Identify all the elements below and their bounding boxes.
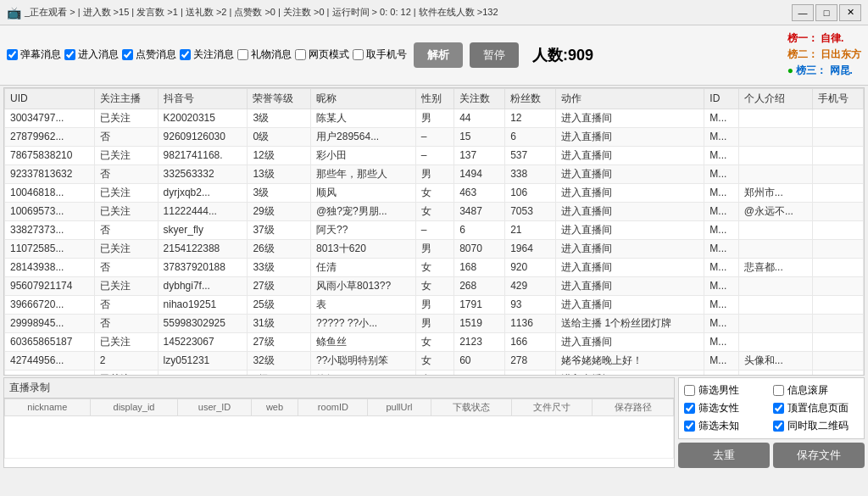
zanting-button[interactable]: 暂停	[470, 42, 519, 68]
table-cell	[812, 351, 863, 370]
direct-table: nickname display_id user_ID web roomID p…	[4, 398, 674, 459]
filter-qrcode[interactable]: 同时取二维码	[773, 419, 859, 433]
table-cell: 168	[454, 258, 505, 276]
table-cell: 否	[94, 295, 158, 314]
cb-guanzhu[interactable]: 关注消息	[180, 47, 234, 62]
dcol-web: web	[251, 398, 298, 415]
table-cell	[812, 370, 863, 376]
maximize-button[interactable]: □	[815, 4, 837, 21]
checkbox-group: 弹幕消息 进入消息 点赞消息 关注消息 礼物消息 网页模式 取手机号	[7, 47, 407, 62]
table-row[interactable]: 11072585...已关注215412238826级8013十620男8070…	[5, 239, 864, 258]
filter-scroll[interactable]: 信息滚屏	[773, 383, 859, 398]
table-cell: 女	[415, 351, 453, 370]
table-row[interactable]: 53151302180已关注9196900907级倪妮女14223进入直播间M.…	[5, 370, 864, 376]
table-cell: 送给主播 1个粉丝团灯牌	[556, 314, 704, 332]
table-cell: 进入直播间	[556, 109, 704, 127]
table-cell: 145223067	[158, 332, 248, 351]
cb-wangye[interactable]: 网页模式	[295, 47, 349, 62]
table-cell	[812, 332, 863, 351]
table-row[interactable]: 60365865187已关注14522306727级鲦鱼丝女2123166进入直…	[5, 332, 864, 351]
table-cell: 女	[415, 202, 453, 220]
table-cell: 进入直播间	[556, 332, 704, 351]
table-cell: –	[415, 146, 453, 164]
table-cell: lzy051231	[158, 351, 248, 370]
cb-jinru[interactable]: 进入消息	[64, 47, 119, 62]
table-cell: 0级	[248, 127, 311, 146]
table-cell	[812, 146, 863, 164]
col-intro: 个人介绍	[738, 88, 812, 109]
table-cell: 进入直播间	[556, 146, 704, 164]
table-cell: 男	[415, 314, 453, 332]
table-cell: @独?宠?男朋...	[311, 202, 416, 220]
table-cell: 否	[94, 220, 158, 239]
table-cell: 已关注	[94, 276, 158, 295]
table-row[interactable]: 30034797...已关注K200203153级陈某人男4412进入直播间M.…	[5, 109, 864, 127]
table-cell: 92609126030	[158, 127, 248, 146]
table-row[interactable]: 27879962...否926091260300级用户289564...–156…	[5, 127, 864, 146]
table-cell: 7级	[248, 370, 311, 376]
table-cell	[812, 127, 863, 146]
table-row[interactable]: 95607921174已关注dybhgi7f...27级风雨小草8013??女2…	[5, 276, 864, 295]
table-row[interactable]: 10069573...已关注11222444...29级@独?宠?男朋...女3…	[5, 202, 864, 220]
table-cell: ??小聪明特别笨	[311, 351, 416, 370]
table-cell: 3级	[248, 183, 311, 202]
filter-unknown[interactable]: 筛选未知	[684, 419, 770, 433]
col-uid: UID	[5, 88, 95, 109]
table-cell: M...	[704, 351, 738, 370]
save-button[interactable]: 保存文件	[773, 443, 865, 468]
jiexi-button[interactable]: 解析	[414, 42, 463, 68]
cb-dianzan[interactable]: 点赞消息	[122, 47, 176, 62]
filter-top[interactable]: 顶置信息页面	[773, 401, 859, 415]
cb-liwu[interactable]: 礼物消息	[237, 47, 292, 62]
table-cell: 进入直播间	[556, 202, 704, 220]
table-cell: 1494	[454, 164, 505, 183]
table-cell: 姥爷姥姥晚上好！	[556, 351, 704, 370]
table-row[interactable]: 42744956...2lzy05123132级??小聪明特别笨女60278姥爷…	[5, 351, 864, 370]
titlebar-controls: — □ ✕	[792, 4, 861, 21]
table-cell: M...	[704, 183, 738, 202]
rank3: ● 榜三： 网昆.	[787, 63, 861, 79]
table-row[interactable]: 28143938...否3783792018833级任清女168920进入直播间…	[5, 258, 864, 276]
filter-male[interactable]: 筛选男性	[684, 383, 770, 398]
table-row[interactable]: 29998945...否5599830292531级????? ??小...男1…	[5, 314, 864, 332]
table-row[interactable]: 10046818...已关注dyrjxqb2...3级顺风女463106进入直播…	[5, 183, 864, 202]
table-cell	[812, 109, 863, 127]
table-cell: 9821741168.	[158, 146, 248, 164]
table-cell	[812, 164, 863, 183]
direct-body	[5, 415, 674, 458]
col-id: ID	[704, 88, 738, 109]
direct-row-empty	[5, 415, 674, 458]
table-cell	[738, 164, 812, 183]
col-douyinnum: 抖音号	[158, 88, 248, 109]
table-cell: dyrjxqb2...	[158, 183, 248, 202]
table-cell: 进入直播间	[556, 276, 704, 295]
filter-female[interactable]: 筛选女性	[684, 401, 770, 415]
table-cell: 顺风	[311, 183, 416, 202]
table-row[interactable]: 92337813632否33256333213级那些年，那些人男1494338进…	[5, 164, 864, 183]
cb-danmu[interactable]: 弹幕消息	[7, 47, 61, 62]
table-row[interactable]: 39666720...否nihao1925125级表男179193进入直播间M.…	[5, 295, 864, 314]
table-cell: 风雨小草8013??	[311, 276, 416, 295]
table-cell: 30034797...	[5, 109, 95, 127]
table-cell: 919690090	[158, 370, 248, 376]
reset-button[interactable]: 去重	[678, 443, 770, 468]
table-cell: 郑州市...	[738, 183, 812, 202]
table-cell: 11072585...	[5, 239, 95, 258]
direct-control-title: 直播录制	[4, 378, 674, 398]
table-row[interactable]: 33827373...否skyer_fly37级阿天??–621进入直播间M..…	[5, 220, 864, 239]
table-row[interactable]: 78675838210已关注9821741168.12级彩小田–137537进入…	[5, 146, 864, 164]
table-cell: 3487	[454, 202, 505, 220]
table-cell: 920	[505, 258, 556, 276]
close-button[interactable]: ✕	[839, 4, 861, 21]
table-cell: 60365865187	[5, 332, 95, 351]
table-cell: M...	[704, 220, 738, 239]
table-cell: 27879962...	[5, 127, 95, 146]
table-cell: 进入直播间	[556, 239, 704, 258]
cb-shouji[interactable]: 取手机号	[353, 47, 407, 62]
table-cell: 55998302925	[158, 314, 248, 332]
dcol-savepath: 保存路径	[593, 398, 674, 415]
minimize-button[interactable]: —	[792, 4, 814, 21]
table-cell: 倪妮	[311, 370, 416, 376]
table-cell: 33827373...	[5, 220, 95, 239]
table-cell: 阿天??	[311, 220, 416, 239]
